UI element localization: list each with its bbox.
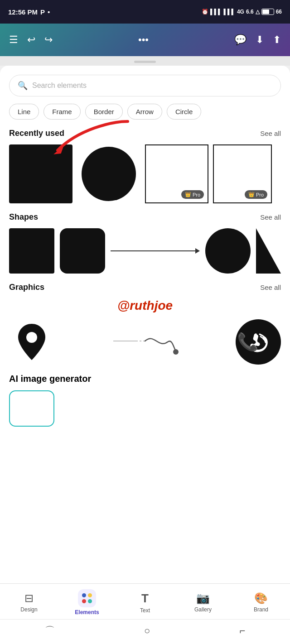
signal2-icon: ▌▌▌ xyxy=(223,9,235,15)
bordered-rect-small-pro: 👑 Pro xyxy=(213,144,272,203)
dot-yellow xyxy=(88,593,92,597)
recently-used-see-all[interactable]: See all xyxy=(260,130,281,137)
phone-circle[interactable]: 📞 xyxy=(236,319,281,365)
graphics-section: Graphics See all @ruthjoe xyxy=(0,283,290,374)
crown-icon: 👑 xyxy=(185,192,191,197)
status-left: 12:56 PM P • xyxy=(8,8,50,16)
status-right: ⏰ ▌▌▌ ▌▌▌ 4G 6.6 △ 66 xyxy=(202,9,282,15)
ai-card[interactable] xyxy=(9,390,54,427)
shapes-see-all[interactable]: See all xyxy=(260,213,281,221)
signal-icon: ▌▌▌ xyxy=(210,9,222,15)
sheet-handle xyxy=(134,61,156,63)
toolbar-left: ☰ ↩ ↪ xyxy=(9,34,53,46)
chip-line[interactable]: Line xyxy=(9,104,39,120)
brand-icon: 🎨 xyxy=(254,592,268,605)
ai-title: AI image generator xyxy=(9,374,281,384)
pro-badge-2: 👑 Pro xyxy=(245,190,267,199)
recent-item-black-circle[interactable] xyxy=(77,144,140,203)
dot: • xyxy=(48,8,50,16)
download-icon[interactable]: ⬇ xyxy=(256,34,264,46)
gallery-label: Gallery xyxy=(194,606,212,613)
more-icon[interactable]: ••• xyxy=(138,34,149,46)
main-panel: 🔍 Search elements Line Frame Border Arro… xyxy=(0,66,290,609)
svg-point-1 xyxy=(26,332,37,343)
toolbar: ☰ ↩ ↪ ••• 💬 ⬇ ⬆ xyxy=(0,24,290,56)
svg-point-4 xyxy=(173,349,179,355)
shape-arrow-line[interactable] xyxy=(111,248,200,254)
elements-dots xyxy=(82,593,92,603)
filter-chips: Line Frame Border Arrow Circle xyxy=(0,104,290,129)
text-icon: T xyxy=(141,591,149,606)
gallery-icon: 📷 xyxy=(196,592,210,605)
recent-button[interactable]: ⌐ xyxy=(240,625,246,637)
battery-label: 66 xyxy=(276,9,282,15)
comment-icon[interactable]: 💬 xyxy=(234,34,246,46)
nav-gallery[interactable]: 📷 Gallery xyxy=(187,592,219,613)
os-buttons: ⌒ ○ ⌐ xyxy=(0,619,290,644)
phone-icon: 📞 xyxy=(237,332,258,352)
graphics-see-all[interactable]: See all xyxy=(260,284,281,291)
sheet-handle-area xyxy=(0,56,290,66)
recent-item-bordered-rect[interactable]: 👑 Pro xyxy=(145,144,208,203)
pro-badge: 👑 Pro xyxy=(181,190,204,199)
undo-icon[interactable]: ↩ xyxy=(27,34,35,46)
dot-blue xyxy=(82,593,86,597)
recently-grid: 👑 Pro 👑 Pro xyxy=(9,144,281,203)
elements-icon-wrap xyxy=(78,589,96,607)
squiggle-svg xyxy=(109,324,181,360)
recent-item-black-rect[interactable] xyxy=(9,144,72,203)
chip-frame[interactable]: Frame xyxy=(44,104,80,120)
home-button[interactable]: ○ xyxy=(144,625,150,637)
chip-arrow[interactable]: Arrow xyxy=(127,104,162,120)
shapes-section: Shapes See all xyxy=(0,212,290,283)
status-bar: 12:56 PM P • ⏰ ▌▌▌ ▌▌▌ 4G 6.6 △ 66 xyxy=(0,0,290,24)
graphics-title: Graphics xyxy=(9,283,44,292)
shape-triangle[interactable] xyxy=(256,228,281,274)
bottom-nav: ⊟ Design Elements T Text 📷 Gallery 🎨 xyxy=(0,583,290,644)
ai-section: AI image generator xyxy=(0,374,290,436)
search-placeholder: Search elements xyxy=(32,82,87,90)
search-area: 🔍 Search elements xyxy=(0,75,290,104)
arrow-head xyxy=(195,248,200,254)
recently-used-header: Recently used See all xyxy=(9,129,281,138)
nav-elements[interactable]: Elements xyxy=(71,589,103,615)
brand-label: Brand xyxy=(254,606,268,613)
recent-item-bordered-small[interactable]: 👑 Pro xyxy=(213,144,272,203)
share-icon[interactable]: ⬆ xyxy=(273,34,281,46)
search-box[interactable]: 🔍 Search elements xyxy=(9,75,281,96)
dot-red xyxy=(82,599,86,603)
shapes-header: Shapes See all xyxy=(9,212,281,222)
shape-circle[interactable] xyxy=(205,228,251,274)
shape-square[interactable] xyxy=(9,228,54,274)
toolbar-right: 💬 ⬇ ⬆ xyxy=(234,34,281,46)
shape-rounded-square[interactable] xyxy=(60,228,105,274)
shapes-grid xyxy=(9,228,281,274)
black-rectangle xyxy=(9,144,72,203)
black-circle xyxy=(82,147,136,201)
alarm-icon: ⏰ xyxy=(202,9,208,15)
dot-teal xyxy=(88,599,92,603)
pin-icon-wrap[interactable] xyxy=(9,322,54,362)
squiggle-wrap[interactable] xyxy=(62,324,228,360)
shapes-title: Shapes xyxy=(9,212,38,222)
nav-design[interactable]: ⊟ Design xyxy=(13,592,45,613)
bordered-rectangle-pro: 👑 Pro xyxy=(145,144,208,203)
nav-brand[interactable]: 🎨 Brand xyxy=(245,592,277,613)
elements-label: Elements xyxy=(75,609,99,615)
back-button[interactable]: ⌒ xyxy=(45,624,55,638)
chip-circle[interactable]: Circle xyxy=(167,104,201,120)
network-label: 4G xyxy=(237,9,244,15)
search-icon: 🔍 xyxy=(18,81,28,91)
crown-icon-2: 👑 xyxy=(248,192,255,197)
menu-icon[interactable]: ☰ xyxy=(9,34,18,46)
recently-used-section: Recently used See all 👑 P xyxy=(0,129,290,212)
warning-icon: △ xyxy=(256,9,260,15)
nav-text[interactable]: T Text xyxy=(129,591,161,614)
redo-icon[interactable]: ↪ xyxy=(44,34,53,46)
battery xyxy=(261,9,274,15)
watermark-text: @ruthjoe xyxy=(117,298,173,312)
recently-used-title: Recently used xyxy=(9,129,64,138)
toolbar-center: ••• xyxy=(138,34,149,46)
chip-border[interactable]: Border xyxy=(85,104,123,120)
black-circle-wrap xyxy=(77,144,140,203)
